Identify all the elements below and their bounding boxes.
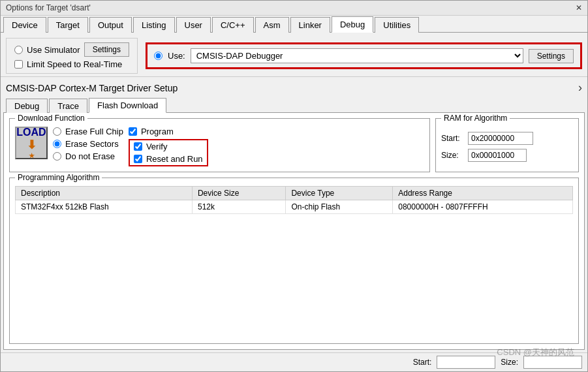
- inner-tab-bar: Debug Trace Flash Download: [1, 95, 587, 112]
- inner-tab-flash-download[interactable]: Flash Download: [89, 98, 166, 113]
- use-debugger-panel: Use: CMSIS-DAP Debugger J-LINK / J-TRACE…: [146, 42, 582, 69]
- prog-algo-legend: Programming Algorithm: [15, 173, 102, 182]
- ram-start-input[interactable]: [468, 132, 533, 145]
- cell-description: STM32F4xx 512kB Flash: [16, 200, 193, 214]
- load-sub: ★: [29, 152, 35, 159]
- ram-size-row: Size:: [441, 149, 573, 162]
- col-description: Description: [16, 187, 193, 200]
- do-not-erase-row: Do not Erase: [53, 151, 123, 161]
- ram-group: RAM for Algorithm Start: Size:: [435, 118, 579, 172]
- limit-speed-row: Limit Speed to Real-Time: [14, 59, 129, 69]
- programming-algorithm-group: Programming Algorithm Description Device…: [9, 178, 579, 344]
- do-not-erase-radio[interactable]: [53, 152, 61, 161]
- ram-start-label: Start:: [441, 134, 464, 143]
- close-button[interactable]: ✕: [576, 3, 582, 12]
- load-icon: LOAD ⬇ ★: [15, 127, 48, 159]
- verify-checkbox[interactable]: [134, 142, 142, 151]
- cell-device-type: On-chip Flash: [286, 200, 393, 214]
- tab-user[interactable]: User: [176, 17, 211, 33]
- top-content-row: Download Function LOAD ⬇ ★ Erase Full Ch…: [9, 118, 579, 172]
- reset-run-label: Reset and Run: [146, 154, 203, 164]
- limit-speed-checkbox[interactable]: [14, 60, 23, 69]
- table-row: STM32F4xx 512kB Flash 512k On-chip Flash…: [16, 200, 573, 214]
- bottom-start-input[interactable]: [437, 356, 495, 369]
- verify-box: Verify Reset and Run: [129, 139, 208, 166]
- ram-size-input[interactable]: [468, 149, 527, 162]
- erase-full-chip-radio[interactable]: [53, 127, 61, 136]
- tab-utilities[interactable]: Utilities: [375, 17, 419, 33]
- use-simulator-row: Use Simulator Settings: [14, 42, 129, 57]
- col-address-range: Address Range: [393, 187, 573, 200]
- bottom-start-label: Start:: [413, 358, 432, 367]
- use-label: Use:: [168, 51, 185, 61]
- bottom-size-label: Size:: [501, 358, 518, 367]
- simulator-left-panel: Use Simulator Settings Limit Speed to Re…: [6, 38, 138, 74]
- cell-device-size: 512k: [192, 200, 286, 214]
- tab-debug[interactable]: Debug: [332, 16, 373, 33]
- setup-title: CMSIS-DAP Cortex-M Target Driver Setup: [6, 83, 178, 93]
- use-simulator-label: Use Simulator: [27, 45, 80, 55]
- algorithm-table: Description Device Size Device Type Addr…: [15, 186, 573, 214]
- do-not-erase-label: Do not Erase: [65, 151, 115, 161]
- debugger-select[interactable]: CMSIS-DAP Debugger J-LINK / J-TRACE Cort…: [191, 48, 523, 63]
- ram-size-label: Size:: [441, 151, 464, 160]
- tab-target[interactable]: Target: [48, 17, 88, 33]
- load-text: LOAD: [16, 127, 46, 138]
- reset-run-row: Reset and Run: [134, 154, 203, 164]
- tab-device[interactable]: Device: [3, 17, 46, 33]
- col-device-size: Device Size: [192, 187, 286, 200]
- erase-sectors-label: Erase Sectors: [65, 139, 119, 149]
- tab-asm[interactable]: Asm: [255, 17, 289, 33]
- download-function-group: Download Function LOAD ⬇ ★ Erase Full Ch…: [9, 118, 430, 172]
- debugger-settings-button[interactable]: Settings: [529, 49, 574, 63]
- setup-header: CMSIS-DAP Cortex-M Target Driver Setup ›: [1, 76, 587, 95]
- erase-sectors-row: Erase Sectors: [53, 139, 123, 149]
- inner-tab-trace[interactable]: Trace: [49, 99, 87, 113]
- radio-options: Erase Full Chip Erase Sectors Do not Era…: [53, 127, 123, 161]
- tab-listing[interactable]: Listing: [133, 17, 175, 33]
- program-row: Program: [129, 127, 208, 136]
- setup-arrow: ›: [578, 81, 582, 95]
- watermark: CSDN @天神的风范: [497, 347, 574, 358]
- verify-label: Verify: [146, 142, 168, 151]
- erase-sectors-radio[interactable]: [53, 140, 61, 148]
- simulator-row: Use Simulator Settings Limit Speed to Re…: [1, 33, 587, 76]
- tab-cpp[interactable]: C/C++: [212, 17, 254, 33]
- title-bar: Options for Target 'dsart' ✕: [1, 1, 587, 16]
- col-device-type: Device Type: [286, 187, 393, 200]
- ram-legend: RAM for Algorithm: [441, 114, 510, 123]
- df-inner: LOAD ⬇ ★ Erase Full Chip Erase Sectors: [15, 127, 424, 166]
- content-area: Download Function LOAD ⬇ ★ Erase Full Ch…: [3, 112, 585, 350]
- checkbox-options: Program Verify Reset and Run: [129, 127, 208, 166]
- title-bar-text: Options for Target 'dsart': [6, 3, 91, 12]
- top-tab-bar: Device Target Output Listing User C/C++ …: [1, 16, 587, 33]
- ram-start-row: Start:: [441, 132, 573, 145]
- cell-address-range: 08000000H - 0807FFFFH: [393, 200, 573, 214]
- erase-full-chip-row: Erase Full Chip: [53, 127, 123, 136]
- reset-run-checkbox[interactable]: [134, 155, 142, 163]
- tab-linker[interactable]: Linker: [290, 17, 330, 33]
- program-label: Program: [141, 127, 174, 136]
- inner-tab-debug[interactable]: Debug: [6, 99, 48, 113]
- download-function-legend: Download Function: [15, 114, 87, 123]
- ram-inner: Start: Size:: [441, 132, 573, 162]
- limit-speed-label: Limit Speed to Real-Time: [27, 59, 122, 69]
- tab-output[interactable]: Output: [89, 17, 132, 33]
- program-checkbox[interactable]: [129, 127, 137, 136]
- erase-full-chip-label: Erase Full Chip: [65, 127, 123, 136]
- use-simulator-radio[interactable]: [14, 46, 23, 54]
- simulator-settings-button[interactable]: Settings: [84, 42, 129, 57]
- use-debugger-radio[interactable]: [154, 52, 162, 60]
- verify-row: Verify: [134, 142, 203, 151]
- load-arrow: ⬇: [27, 138, 37, 152]
